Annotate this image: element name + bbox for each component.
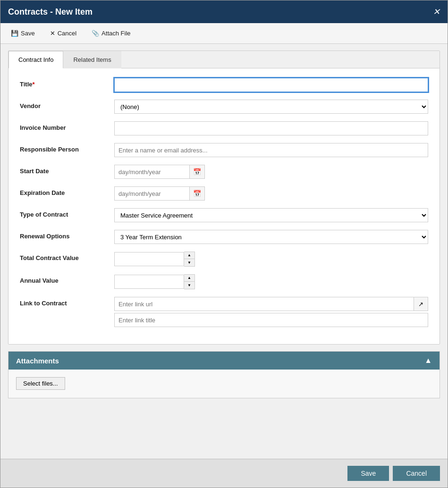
title-bar: Contracts - New Item ✕ [0, 0, 448, 23]
tab-panel: Contract Info Related Items Title* [8, 50, 440, 345]
tab-related-items[interactable]: Related Items [63, 51, 121, 68]
type-of-contract-label: Type of Contract [20, 208, 114, 218]
form-row-expiration-date: Expiration Date 📅 [20, 186, 428, 201]
title-required: * [33, 81, 35, 88]
invoice-number-wrap [114, 121, 428, 135]
toolbar: 💾 Save ✕ Cancel 📎 Attach File [0, 23, 448, 44]
window-title: Contracts - New Item [8, 7, 93, 17]
link-url-row: ↗ [114, 297, 428, 311]
form-row-start-date: Start Date 📅 [20, 165, 428, 179]
invoice-number-input[interactable] [114, 121, 428, 135]
cancel-label: Cancel [58, 30, 76, 37]
total-contract-value-increment[interactable]: ▲ [184, 252, 194, 259]
save-icon: 💾 [11, 30, 18, 37]
calendar-icon: 📅 [193, 168, 201, 176]
expiration-date-picker: 📅 [114, 186, 209, 201]
form-row-annual-value: Annual Value ▲ ▼ [20, 274, 428, 289]
total-contract-value-spinbox-btns: ▲ ▼ [184, 252, 195, 267]
link-to-contract-wrap: ↗ [114, 297, 428, 327]
title-wrap [114, 78, 428, 92]
responsible-person-input[interactable] [114, 143, 428, 157]
link-url-input[interactable] [114, 297, 414, 311]
attachments-section: Attachments ▲ Select files... [8, 351, 440, 398]
annual-value-input[interactable] [114, 275, 184, 289]
start-date-input[interactable] [114, 165, 190, 179]
start-date-label: Start Date [20, 165, 114, 175]
vendor-label: Vendor [20, 100, 114, 109]
save-button[interactable]: 💾 Save [8, 28, 38, 39]
total-contract-value-spinbox: ▲ ▼ [114, 252, 199, 267]
link-open-button[interactable]: ↗ [414, 297, 428, 311]
annual-value-spinbox-btns: ▲ ▼ [184, 274, 195, 289]
attach-file-label: Attach File [101, 30, 130, 37]
annual-value-spinbox: ▲ ▼ [114, 274, 199, 289]
type-of-contract-select[interactable]: Master Service Agreement [114, 208, 428, 222]
window: Contracts - New Item ✕ 💾 Save ✕ Cancel 📎… [0, 0, 448, 488]
start-date-calendar-button[interactable]: 📅 [190, 165, 205, 179]
bottom-save-button[interactable]: Save [347, 466, 389, 481]
attachments-body: Select files... [8, 370, 440, 398]
form-row-responsible-person: Responsible Person [20, 143, 428, 157]
attachments-header: Attachments ▲ [8, 352, 440, 370]
renewal-options-select[interactable]: 3 Year Term Extension [114, 230, 428, 244]
expiration-date-label: Expiration Date [20, 186, 114, 196]
renewal-options-wrap: 3 Year Term Extension [114, 230, 428, 244]
bottom-cancel-button[interactable]: Cancel [393, 466, 440, 481]
title-label: Title* [20, 78, 114, 88]
link-title-input[interactable] [114, 313, 428, 327]
start-date-picker: 📅 [114, 165, 209, 179]
vendor-wrap: (None) [114, 100, 428, 114]
start-date-wrap: 📅 [114, 165, 428, 179]
tab-header: Contract Info Related Items [8, 51, 440, 68]
main-content: Contract Info Related Items Title* [0, 44, 448, 459]
annual-value-decrement[interactable]: ▼ [184, 282, 194, 289]
expiration-date-calendar-button[interactable]: 📅 [190, 186, 205, 201]
cancel-button[interactable]: ✕ Cancel [47, 28, 79, 39]
form-row-renewal-options: Renewal Options 3 Year Term Extension [20, 230, 428, 244]
attachments-title: Attachments [16, 357, 59, 365]
spacer [8, 405, 440, 452]
total-contract-value-label: Total Contract Value [20, 252, 114, 261]
expiration-date-wrap: 📅 [114, 186, 428, 201]
external-link-icon: ↗ [418, 301, 423, 308]
form-row-total-contract-value: Total Contract Value ▲ ▼ [20, 252, 428, 267]
responsible-person-wrap [114, 143, 428, 157]
attach-icon: 📎 [92, 30, 99, 37]
close-button[interactable]: ✕ [433, 7, 440, 17]
form-row-title: Title* [20, 78, 428, 92]
bottom-bar: Save Cancel [0, 459, 448, 488]
total-contract-value-wrap: ▲ ▼ [114, 252, 428, 267]
invoice-number-label: Invoice Number [20, 121, 114, 131]
title-input[interactable] [114, 78, 428, 92]
calendar-icon-exp: 📅 [193, 190, 201, 197]
annual-value-label: Annual Value [20, 274, 114, 284]
attachments-collapse-icon[interactable]: ▲ [424, 356, 432, 365]
form-row-vendor: Vendor (None) [20, 100, 428, 114]
select-files-button[interactable]: Select files... [16, 377, 65, 390]
tab-content-contract-info: Title* Vendor (None) [8, 68, 440, 344]
annual-value-increment[interactable]: ▲ [184, 275, 194, 282]
form-row-invoice-number: Invoice Number [20, 121, 428, 135]
vendor-select[interactable]: (None) [114, 100, 428, 114]
renewal-options-label: Renewal Options [20, 230, 114, 240]
annual-value-wrap: ▲ ▼ [114, 274, 428, 289]
total-contract-value-decrement[interactable]: ▼ [184, 259, 194, 266]
cancel-x-icon: ✕ [50, 30, 55, 37]
save-label: Save [21, 30, 35, 37]
link-to-contract-label: Link to Contract [20, 297, 114, 307]
responsible-person-label: Responsible Person [20, 143, 114, 153]
form-row-type-of-contract: Type of Contract Master Service Agreemen… [20, 208, 428, 222]
attach-file-button[interactable]: 📎 Attach File [89, 28, 133, 39]
tab-contract-info[interactable]: Contract Info [8, 51, 63, 68]
total-contract-value-input[interactable] [114, 252, 184, 266]
expiration-date-input[interactable] [114, 186, 190, 201]
type-of-contract-wrap: Master Service Agreement [114, 208, 428, 222]
form-row-link-to-contract: Link to Contract ↗ [20, 297, 428, 327]
